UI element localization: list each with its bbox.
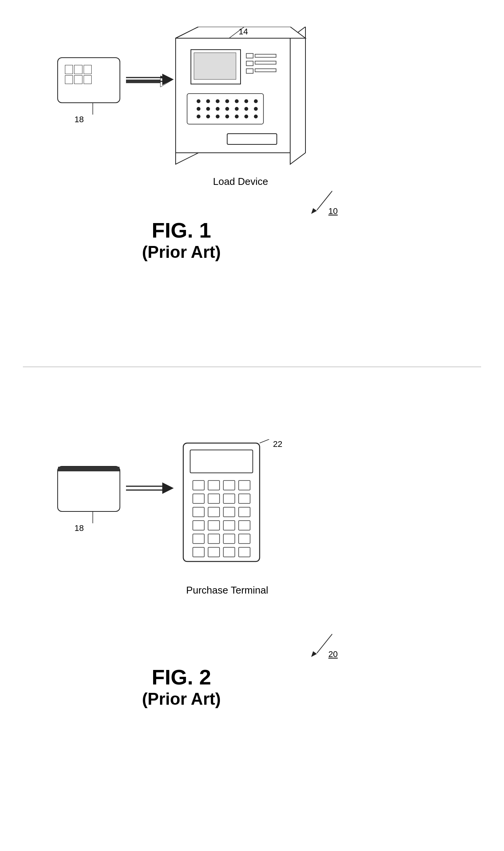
svg-rect-66 — [223, 521, 235, 530]
svg-point-34 — [254, 107, 258, 111]
svg-point-26 — [244, 99, 248, 103]
svg-point-36 — [206, 115, 210, 118]
fig1-title-block: FIG. 1 (Prior Art) — [57, 218, 305, 262]
svg-rect-68 — [193, 534, 204, 544]
chip-cell — [65, 65, 73, 74]
svg-rect-65 — [208, 521, 220, 530]
svg-rect-54 — [223, 481, 235, 490]
svg-rect-13 — [194, 53, 236, 79]
svg-rect-60 — [193, 507, 204, 517]
svg-marker-9 — [290, 27, 305, 164]
smart-card-fig2 — [57, 466, 120, 512]
svg-rect-73 — [208, 547, 220, 557]
smart-card-fig1 — [57, 57, 120, 103]
atm-ref-label: 14 — [239, 27, 248, 37]
chip-cell — [74, 65, 82, 74]
ref10-label: 10 — [328, 206, 338, 216]
svg-rect-14 — [246, 53, 253, 58]
svg-point-41 — [254, 115, 258, 118]
fig1-prior-art: (Prior Art) — [57, 243, 305, 262]
svg-point-31 — [225, 107, 229, 111]
svg-point-23 — [216, 99, 220, 103]
svg-point-40 — [244, 115, 248, 118]
chip-grid-fig2 — [58, 467, 120, 471]
svg-rect-58 — [223, 494, 235, 503]
terminal-drawing — [176, 439, 279, 577]
card-ref-label-fig1: 18 — [74, 115, 84, 125]
svg-rect-62 — [223, 507, 235, 517]
svg-point-22 — [206, 99, 210, 103]
fig2-number: FIG. 2 — [57, 665, 305, 689]
svg-rect-42 — [227, 134, 277, 144]
chip-cell — [84, 65, 92, 74]
svg-point-30 — [216, 107, 220, 111]
svg-rect-51 — [190, 450, 253, 473]
card-ref-line-fig2 — [87, 512, 99, 525]
chip-cell — [74, 75, 82, 84]
chip-cell — [84, 75, 92, 84]
svg-point-25 — [235, 99, 239, 103]
section-divider — [23, 367, 481, 367]
svg-point-38 — [225, 115, 229, 118]
svg-rect-56 — [193, 494, 204, 503]
svg-rect-53 — [208, 481, 220, 490]
svg-line-76 — [260, 439, 269, 443]
card-ref-label-fig2: 18 — [74, 523, 84, 533]
fig2-section: 18 — [0, 420, 504, 840]
svg-rect-70 — [223, 534, 235, 544]
svg-rect-72 — [193, 547, 204, 557]
svg-rect-63 — [239, 507, 250, 517]
svg-point-35 — [197, 115, 200, 118]
svg-point-33 — [244, 107, 248, 111]
load-device-label: Load Device — [176, 176, 305, 188]
svg-rect-55 — [239, 481, 250, 490]
svg-rect-16 — [246, 69, 253, 73]
double-arrow-fig2 — [126, 479, 176, 498]
svg-point-21 — [197, 99, 200, 103]
svg-rect-67 — [239, 521, 250, 530]
svg-point-28 — [197, 107, 200, 111]
chip-grid-fig1 — [65, 65, 92, 84]
svg-rect-75 — [239, 547, 250, 557]
chip-cell — [58, 471, 120, 471]
svg-marker-49 — [162, 482, 174, 494]
atm-drawing — [168, 27, 313, 168]
svg-point-24 — [225, 99, 229, 103]
svg-rect-59 — [239, 494, 250, 503]
chip-cell — [65, 75, 73, 84]
fig1-section: 18 — [0, 11, 504, 355]
fig2-title-block: FIG. 2 (Prior Art) — [57, 665, 305, 709]
fig1-number: FIG. 1 — [57, 218, 305, 243]
svg-marker-78 — [311, 651, 317, 657]
svg-point-37 — [216, 115, 220, 118]
svg-rect-17 — [255, 54, 276, 57]
svg-rect-71 — [239, 534, 250, 544]
svg-rect-19 — [255, 69, 276, 72]
terminal-ref-label: 22 — [273, 439, 282, 449]
svg-point-32 — [235, 107, 239, 111]
svg-point-29 — [206, 107, 210, 111]
svg-rect-74 — [223, 547, 235, 557]
svg-rect-18 — [255, 61, 276, 64]
svg-rect-69 — [208, 534, 220, 544]
svg-rect-64 — [193, 521, 204, 530]
purchase-terminal-label: Purchase Terminal — [160, 584, 294, 596]
card-ref-line-fig1 — [87, 103, 99, 116]
svg-rect-61 — [208, 507, 220, 517]
ref20-label: 20 — [328, 649, 338, 659]
svg-rect-57 — [208, 494, 220, 503]
svg-rect-52 — [193, 481, 204, 490]
fig2-prior-art: (Prior Art) — [57, 689, 305, 709]
svg-marker-45 — [311, 208, 317, 214]
svg-point-39 — [235, 115, 239, 118]
page-container: 18 — [0, 0, 504, 851]
svg-rect-15 — [246, 61, 253, 66]
svg-point-27 — [254, 99, 258, 103]
